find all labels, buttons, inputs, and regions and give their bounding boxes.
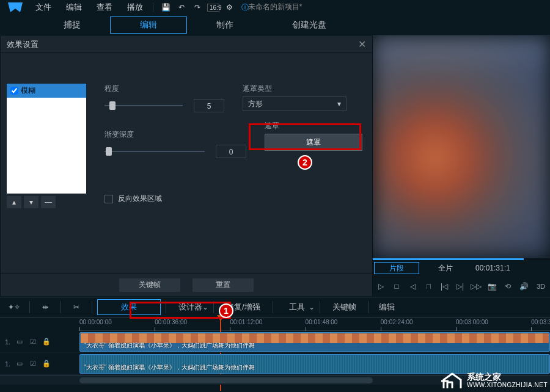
keyframe-button[interactable]: 关键帧 [119, 278, 180, 292]
move-down-button[interactable]: ▾ [24, 196, 38, 208]
depth-label: 渐变深度 [105, 129, 144, 140]
aspect-ratio-button[interactable]: 16:9 [207, 4, 219, 12]
menu-file[interactable]: 文件 [29, 1, 57, 14]
secondary-toolbar: ✦✧ ⇹ ✂ 效果 设计器 ⌄ 修复/增强 工具 ⌄ 关键帧 编辑 [0, 297, 550, 318]
clip-label: "大衣哥" 领着媳妇演唱《小苹果》，大妈们跳广场舞为他们伴舞 [84, 341, 255, 350]
mask-button-label: 遮罩 [265, 121, 362, 131]
annotation-badge: 1 [219, 303, 233, 318]
lock-icon[interactable]: 🔒 [42, 360, 51, 368]
preview-scrubber[interactable] [373, 258, 550, 260]
undo-icon[interactable]: ↶ [175, 2, 188, 13]
loop-icon[interactable]: ⟲ [502, 281, 513, 292]
effect-list: 模糊 [7, 84, 86, 194]
degree-value[interactable]: 5 [194, 99, 224, 112]
watermark-url: WWW.XITONGZHIJIA.NET [467, 382, 548, 388]
mask-type-label: 遮罩类型 [243, 84, 362, 94]
video-track: 1. ▭ ☑ 🔒 "大衣哥" 领着媳妇演唱《小苹果》，大妈们跳广场舞为他们伴舞 [0, 331, 550, 353]
visible-icon[interactable]: ☑ [29, 338, 37, 346]
magic-wand-icon[interactable]: ✦✧ [4, 303, 24, 311]
app-logo [4, 0, 27, 15]
tab-edit[interactable]: 编辑 [110, 16, 187, 34]
tick: 00:00:36:00 [155, 319, 187, 325]
clip-label: "大衣哥" 领着媳妇演唱《小苹果》，大妈们跳广场舞为他们伴舞 [84, 363, 255, 372]
tick: 00:03:36 [531, 319, 550, 325]
tick: 00:03:00:00 [456, 319, 488, 325]
preview-tab-clip[interactable]: 片段 [374, 262, 419, 274]
redo-icon[interactable]: ↷ [191, 2, 204, 13]
fast-fwd-icon[interactable]: ▷▷ [471, 281, 482, 292]
degree-slider[interactable] [105, 103, 183, 108]
chevron-down-icon[interactable]: ⌄ [202, 303, 208, 311]
mask-button[interactable]: 遮罩 [265, 134, 362, 151]
effect-checkbox-blur[interactable] [10, 87, 18, 95]
watermark-logo-icon [441, 371, 463, 390]
tick: 00:01:48:00 [306, 319, 338, 325]
reset-button[interactable]: 重置 [193, 278, 254, 292]
invert-label: 反向效果区域 [118, 194, 162, 204]
save-icon[interactable]: 💾 [160, 2, 172, 13]
tab-capture[interactable]: 捕捉 [34, 16, 110, 34]
close-icon[interactable]: ✕ [358, 38, 366, 50]
rewind-icon[interactable]: ⨅ [423, 281, 434, 292]
snapshot-icon[interactable]: 📷 [486, 281, 497, 292]
preview-panel: 片段 全片 00:01:31:1 ▷ □ ◁ ⨅ |◁ ▷| ▷▷ 📷 ⟲ 🔊 … [373, 35, 550, 297]
panel-title: 效果设置 [7, 39, 38, 50]
tick: 00:01:12:00 [230, 319, 262, 325]
move-up-button[interactable]: ▴ [7, 196, 21, 208]
panel-header: 效果设置 ✕ [1, 36, 372, 53]
track-label: 1. [5, 360, 10, 368]
mask-type-select[interactable]: 方形 ▾ [243, 96, 346, 111]
sec-tab-effect[interactable]: 效果 [97, 299, 161, 315]
invert-checkbox[interactable] [105, 195, 113, 203]
effect-item-label: 模糊 [21, 85, 35, 96]
prev-frame-icon[interactable]: ◁ [407, 281, 418, 292]
tab-produce[interactable]: 制作 [187, 16, 263, 34]
3d-button[interactable]: 3D [534, 281, 548, 292]
preview-tab-movie[interactable]: 全片 [423, 262, 468, 274]
timecode: 00:01:31:1 [475, 264, 510, 272]
menu-play[interactable]: 播放 [121, 1, 149, 14]
lock-icon[interactable]: 🔒 [42, 338, 51, 346]
step-fwd-icon[interactable]: ▷| [455, 281, 466, 292]
depth-slider[interactable] [105, 149, 205, 154]
split-icon[interactable]: ⇹ [35, 303, 56, 311]
film-icon[interactable]: ▭ [15, 360, 24, 368]
menu-edit[interactable]: 编辑 [60, 1, 88, 14]
step-back-icon[interactable]: |◁ [439, 281, 450, 292]
video-clip[interactable]: "大衣哥" 领着媳妇演唱《小苹果》，大妈们跳广场舞为他们伴舞 [79, 332, 550, 352]
film-icon[interactable]: ▭ [15, 338, 24, 346]
time-ruler[interactable]: 00:00:00:00 00:00:36:00 00:01:12:00 00:0… [0, 318, 550, 331]
effect-settings-panel: 效果设置 ✕ 模糊 ▴ ▾ — [0, 35, 373, 297]
tab-disc[interactable]: 创建光盘 [263, 16, 356, 34]
annotation-badge: 2 [298, 155, 312, 170]
effect-controls: 程度 5 遮罩类型 方形 ▾ [92, 59, 366, 267]
mask-type-value: 方形 [248, 99, 263, 109]
effect-list-item-blur[interactable]: 模糊 [7, 84, 86, 98]
scissors-icon[interactable]: ✂ [66, 303, 87, 311]
visible-icon[interactable]: ☑ [29, 360, 37, 368]
track-label: 1. [5, 338, 10, 346]
chevron-down-icon[interactable]: ⌄ [309, 303, 315, 311]
chevron-down-icon: ▾ [337, 100, 341, 108]
tick: 00:02:24:00 [381, 319, 413, 325]
menu-view[interactable]: 查看 [90, 1, 119, 14]
workspace: 效果设置 ✕ 模糊 ▴ ▾ — [0, 35, 550, 297]
main-tabs: 捕捉 编辑 制作 创建光盘 [0, 15, 550, 35]
settings-icon[interactable]: ⚙ [223, 2, 235, 13]
depth-value[interactable]: 0 [216, 145, 246, 158]
sec-tab-keyframe[interactable]: 关键帧 [325, 300, 364, 314]
watermark: 系统之家 WWW.XITONGZHIJIA.NET [441, 371, 548, 390]
stop-icon[interactable]: □ [391, 281, 402, 292]
watermark-name: 系统之家 [467, 372, 548, 382]
project-title: 未命名的新项目* [248, 2, 302, 12]
menubar: 文件 编辑 查看 播放 💾 ↶ ↷ 16:9 ⚙ ⓘ 未命名的新项目* [0, 0, 550, 15]
remove-button[interactable]: — [41, 196, 56, 208]
tick: 00:00:00:00 [79, 319, 112, 325]
degree-label: 程度 [105, 84, 144, 94]
sec-tab-edit[interactable]: 编辑 [374, 300, 400, 314]
play-icon[interactable]: ▷ [375, 281, 386, 292]
preview-video [373, 35, 550, 258]
volume-icon[interactable]: 🔊 [518, 281, 529, 292]
